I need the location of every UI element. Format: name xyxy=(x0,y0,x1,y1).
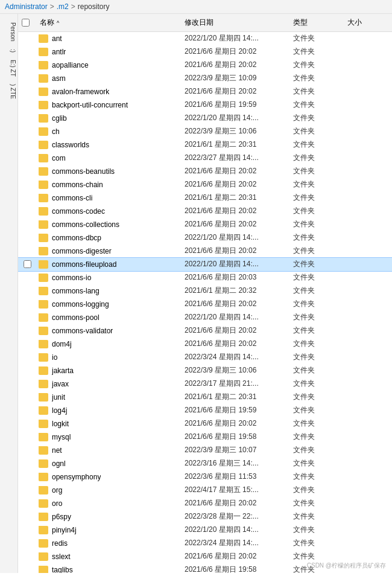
table-row[interactable]: p6spy2022/3/28 星期一 22:...文件夹 xyxy=(18,510,392,523)
row-name: commons-dbcp xyxy=(52,234,101,242)
row-checkbox-cell xyxy=(18,260,36,268)
row-date: 2022/1/20 星期四 14:... xyxy=(181,311,289,324)
table-row[interactable]: dom4j2021/6/6 星期日 20:02文件夹 xyxy=(18,338,392,351)
table-row[interactable]: avalon-framework2021/6/6 星期日 20:02文件夹 xyxy=(18,85,392,98)
table-row[interactable]: commons-validator2021/6/6 星期日 20:02文件夹 xyxy=(18,324,392,338)
table-row[interactable]: commons-dbcp2022/1/20 星期四 14:...文件夹 xyxy=(18,231,392,245)
row-type: 文件夹 xyxy=(289,165,344,178)
row-name-cell: io xyxy=(36,352,181,363)
row-name-cell: classworlds xyxy=(36,139,181,150)
row-type: 文件夹 xyxy=(289,484,344,496)
table-row[interactable]: io2022/3/24 星期四 14:...文件夹 xyxy=(18,351,392,364)
table-row[interactable]: commons-pool2022/1/20 星期四 14:...文件夹 xyxy=(18,311,392,324)
col-date-header[interactable]: 修改日期 xyxy=(181,16,289,29)
row-date: 2021/6/6 星期日 20:02 xyxy=(181,59,289,71)
breadcrumb-m2[interactable]: .m2 xyxy=(57,2,69,11)
table-row[interactable]: commons-chain2021/6/6 星期日 20:02文件夹 xyxy=(18,178,392,191)
col-checkbox-header[interactable] xyxy=(18,16,36,29)
table-row[interactable]: asm2022/3/9 星期三 10:09文件夹 xyxy=(18,72,392,85)
table-row[interactable]: sslext2021/6/6 星期日 20:02文件夹 xyxy=(18,550,392,563)
table-row[interactable]: net2022/3/9 星期三 10:07文件夹 xyxy=(18,444,392,457)
table-row[interactable]: opensymphony2022/3/6 星期日 11:53文件夹 xyxy=(18,470,392,484)
row-name-cell: backport-util-concurrent xyxy=(36,100,181,110)
breadcrumb-admin[interactable]: Administrator xyxy=(5,2,48,11)
row-name: antlr xyxy=(52,48,66,56)
table-row[interactable]: commons-io2021/6/6 星期日 20:03文件夹 xyxy=(18,271,392,284)
table-row[interactable]: aopalliance2021/6/6 星期日 20:02文件夹 xyxy=(18,59,392,72)
table-row[interactable]: com2022/3/27 星期四 14:...文件夹 xyxy=(18,152,392,165)
breadcrumb-arrow-1: > xyxy=(50,2,54,11)
table-row[interactable]: log4j2021/6/6 星期日 19:59文件夹 xyxy=(18,404,392,417)
row-size xyxy=(344,91,392,93)
row-type: 文件夹 xyxy=(289,523,344,536)
table-row[interactable]: pinyin4j2022/1/20 星期四 14:...文件夹 xyxy=(18,523,392,537)
row-size xyxy=(344,77,392,80)
select-all-checkbox[interactable] xyxy=(22,19,30,27)
table-row[interactable]: taglibs2021/6/6 星期日 19:58文件夹 xyxy=(18,563,392,573)
row-name-cell: aopalliance xyxy=(36,60,181,71)
table-row[interactable]: logkit2021/6/6 星期日 20:02文件夹 xyxy=(18,417,392,430)
table-row[interactable]: cglib2022/1/20 星期四 14:...文件夹 xyxy=(18,112,392,125)
table-row[interactable]: ch2022/3/9 星期三 10:06文件夹 xyxy=(18,125,392,138)
row-name: avalon-framework xyxy=(52,88,109,96)
row-name-cell: commons-logging xyxy=(36,299,181,310)
table-row[interactable]: commons-logging2021/6/6 星期日 20:02文件夹 xyxy=(18,298,392,311)
row-date: 2021/6/6 星期日 20:02 xyxy=(181,178,289,191)
row-name: ognl xyxy=(52,459,66,468)
col-size-header[interactable]: 大小 xyxy=(344,16,392,29)
row-date: 2022/1/20 星期四 14:... xyxy=(181,32,289,45)
table-row[interactable]: antlr2021/6/6 星期日 20:02文件夹 xyxy=(18,45,392,59)
row-type: 文件夹 xyxy=(289,32,344,45)
sidebar-item-1[interactable]: :) xyxy=(0,45,17,56)
table-row[interactable]: classworlds2021/6/1 星期二 20:31文件夹 xyxy=(18,138,392,152)
table-row[interactable]: mysql2021/6/6 星期日 19:58文件夹 xyxy=(18,430,392,444)
table-row[interactable]: backport-util-concurrent2021/6/6 星期日 19:… xyxy=(18,98,392,112)
sidebar-item-0[interactable]: Person xyxy=(0,19,17,45)
table-row[interactable]: ognl2022/3/16 星期三 14:...文件夹 xyxy=(18,457,392,470)
row-name: commons-fileupload xyxy=(52,260,116,269)
table-row[interactable]: ant2022/1/20 星期四 14:...文件夹 xyxy=(18,32,392,45)
row-type: 文件夹 xyxy=(289,284,344,297)
table-row[interactable]: commons-codec2021/6/6 星期日 20:02文件夹 xyxy=(18,205,392,218)
folder-icon xyxy=(39,34,48,43)
row-type: 文件夹 xyxy=(289,377,344,390)
folder-icon xyxy=(39,340,48,348)
row-name-cell: commons-io xyxy=(36,272,181,283)
row-name-cell: ant xyxy=(36,33,181,44)
table-row[interactable]: oro2021/6/6 星期日 20:02文件夹 xyxy=(18,497,392,510)
table-row[interactable]: commons-collections2021/6/6 星期日 20:02文件夹 xyxy=(18,218,392,231)
row-date: 2022/1/20 星期四 14:... xyxy=(181,112,289,124)
row-date: 2021/6/6 星期日 20:02 xyxy=(181,205,289,217)
col-name-header[interactable]: 名称 ^ xyxy=(36,16,181,29)
table-row[interactable]: commons-cli2021/6/1 星期二 20:31文件夹 xyxy=(18,191,392,205)
row-size xyxy=(344,170,392,173)
row-name: commons-logging xyxy=(52,300,109,309)
row-name: log4j xyxy=(52,406,67,415)
table-row[interactable]: junit2021/6/1 星期二 20:31文件夹 xyxy=(18,391,392,404)
row-type: 文件夹 xyxy=(289,231,344,244)
table-row[interactable]: commons-beanutils2021/6/6 星期日 20:02文件夹 xyxy=(18,165,392,178)
folder-icon xyxy=(39,433,48,441)
row-checkbox[interactable] xyxy=(24,260,31,268)
row-date: 2021/6/6 星期日 19:58 xyxy=(181,563,289,573)
row-name: io xyxy=(52,353,57,362)
row-date: 2021/6/6 星期日 20:02 xyxy=(181,165,289,178)
table-row[interactable]: commons-fileupload2022/1/20 星期四 14:...文件… xyxy=(18,258,392,271)
row-name: sslext xyxy=(52,552,71,561)
table-row[interactable]: jakarta2022/3/9 星期三 10:06文件夹 xyxy=(18,364,392,377)
col-type-header[interactable]: 类型 xyxy=(289,16,344,29)
row-size xyxy=(344,144,392,146)
folder-icon xyxy=(39,181,48,189)
row-type: 文件夹 xyxy=(289,338,344,350)
sidebar-item-3[interactable]: ) ZTE xyxy=(0,80,17,103)
row-type: 文件夹 xyxy=(289,98,344,111)
row-size xyxy=(344,130,392,133)
folder-icon xyxy=(39,566,48,574)
table-row[interactable]: commons-digester2021/6/6 星期日 20:02文件夹 xyxy=(18,245,392,258)
row-name-cell: p6spy xyxy=(36,511,181,522)
table-row[interactable]: javax2022/3/17 星期四 21:...文件夹 xyxy=(18,377,392,391)
table-row[interactable]: redis2022/3/24 星期四 14:...文件夹 xyxy=(18,537,392,550)
table-row[interactable]: commons-lang2021/6/1 星期二 20:32文件夹 xyxy=(18,284,392,298)
sidebar-item-2[interactable]: E:) ZT xyxy=(0,56,17,80)
table-row[interactable]: org2022/4/17 星期五 15:...文件夹 xyxy=(18,484,392,497)
